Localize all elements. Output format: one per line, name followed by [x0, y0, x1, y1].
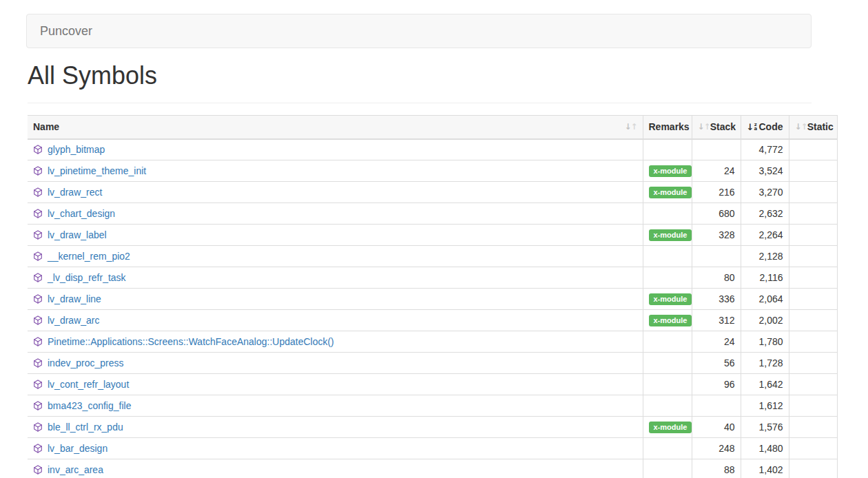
code-value-cell: 1,480	[741, 438, 789, 459]
divider	[28, 103, 812, 103]
symbol-name-cell: lv_draw_rect	[28, 182, 643, 203]
symbol-link[interactable]: glyph_bitmap	[48, 144, 105, 155]
stack-value-cell: 24	[692, 331, 741, 353]
remarks-cell	[643, 395, 692, 417]
static-value-cell	[789, 438, 837, 459]
symbol-cube-icon	[33, 230, 43, 240]
stack-value-cell: 336	[692, 289, 741, 310]
stack-value-cell: 24	[692, 160, 741, 182]
symbol-cube-icon	[33, 166, 43, 176]
column-header-static[interactable]: ↓↑ Static	[789, 116, 837, 139]
symbol-link[interactable]: bma423_config_file	[48, 400, 131, 411]
code-value-cell: 1,612	[741, 395, 789, 417]
table-row: lv_draw_arc x-module 312 2,002	[28, 310, 837, 331]
symbol-link[interactable]: indev_proc_press	[48, 357, 124, 368]
table-row: bma423_config_file 1,612	[28, 395, 837, 417]
code-value-cell: 2,116	[741, 267, 789, 289]
static-value-cell	[789, 310, 837, 331]
symbol-link[interactable]: inv_arc_area	[48, 464, 103, 475]
symbol-link[interactable]: lv_draw_arc	[48, 315, 99, 326]
remarks-cell: x-module	[643, 289, 692, 310]
static-value-cell	[789, 267, 837, 289]
static-value-cell	[789, 289, 837, 310]
symbol-cube-icon	[33, 187, 43, 197]
code-value-cell: 1,642	[741, 374, 789, 395]
column-header-remarks[interactable]: Remarks	[643, 116, 692, 139]
column-label-stack: Stack	[710, 121, 736, 132]
stack-value-cell	[692, 246, 741, 267]
stack-value-cell: 56	[692, 353, 741, 374]
x-module-badge: x-module	[649, 187, 692, 198]
symbol-name-cell: lv_pinetime_theme_init	[28, 160, 643, 182]
symbol-cube-icon	[33, 209, 43, 218]
stack-value-cell: 40	[692, 417, 741, 438]
symbol-name-cell: bma423_config_file	[28, 395, 643, 417]
static-value-cell	[789, 331, 837, 353]
table-header-row: Name ↓↑ Remarks ↓↑ Stack ↓za Cod	[28, 116, 837, 139]
symbol-cube-icon	[33, 380, 43, 389]
stack-value-cell	[692, 139, 741, 160]
stack-value-cell: 96	[692, 374, 741, 395]
symbol-link[interactable]: lv_draw_label	[48, 229, 107, 240]
symbol-name-cell: glyph_bitmap	[28, 139, 643, 160]
stack-value-cell	[692, 395, 741, 417]
symbol-link[interactable]: _lv_disp_refr_task	[48, 272, 126, 283]
stack-value-cell: 248	[692, 438, 741, 459]
symbol-link[interactable]: lv_chart_design	[48, 208, 115, 219]
column-header-stack[interactable]: ↓↑ Stack	[692, 116, 741, 139]
symbol-link[interactable]: ble_ll_ctrl_rx_pdu	[48, 422, 123, 433]
symbol-name-cell: inv_arc_area	[28, 459, 643, 478]
remarks-cell: x-module	[643, 160, 692, 182]
remarks-cell: x-module	[643, 225, 692, 246]
remarks-cell	[643, 203, 692, 225]
symbol-link[interactable]: lv_pinetime_theme_init	[48, 165, 146, 176]
symbol-name-cell: _lv_disp_refr_task	[28, 267, 643, 289]
table-row: indev_proc_press 56 1,728	[28, 353, 837, 374]
symbol-cube-icon	[33, 315, 43, 325]
table-header: Name ↓↑ Remarks ↓↑ Stack ↓za Cod	[28, 116, 837, 139]
navbar-brand-link[interactable]: Puncover	[27, 24, 92, 39]
sort-icon: ↓↑	[795, 123, 807, 131]
table-row: Pinetime::Applications::Screens::WatchFa…	[28, 331, 837, 353]
sort-icon: ↓↑	[624, 123, 637, 131]
code-value-cell: 2,128	[741, 246, 789, 267]
page-title: All Symbols	[28, 61, 838, 90]
remarks-cell: x-module	[643, 182, 692, 203]
column-header-code[interactable]: ↓za Code	[741, 116, 789, 139]
code-value-cell: 4,772	[741, 139, 789, 160]
symbol-link[interactable]: lv_draw_line	[48, 293, 101, 304]
symbol-name-cell: Pinetime::Applications::Screens::WatchFa…	[28, 331, 643, 353]
remarks-cell	[643, 438, 692, 459]
table-row: ble_ll_ctrl_rx_pdu x-module 40 1,576	[28, 417, 837, 438]
symbol-cube-icon	[33, 358, 43, 368]
code-value-cell: 1,576	[741, 417, 789, 438]
table-row: lv_cont_refr_layout 96 1,642	[28, 374, 837, 395]
stack-value-cell: 680	[692, 203, 741, 225]
table-row: glyph_bitmap 4,772	[28, 139, 837, 160]
column-label-name: Name	[33, 121, 59, 132]
stack-value-cell: 216	[692, 182, 741, 203]
remarks-cell: x-module	[643, 310, 692, 331]
column-header-name[interactable]: Name ↓↑	[28, 116, 643, 139]
remarks-cell	[643, 459, 692, 478]
table-body: glyph_bitmap 4,772 lv_pinetime_theme_ini…	[28, 139, 837, 478]
code-value-cell: 2,002	[741, 310, 789, 331]
symbol-link[interactable]: lv_cont_refr_layout	[48, 379, 129, 390]
static-value-cell	[789, 395, 837, 417]
code-value-cell: 2,064	[741, 289, 789, 310]
table-row: lv_pinetime_theme_init x-module 24 3,524	[28, 160, 837, 182]
symbol-link[interactable]: Pinetime::Applications::Screens::WatchFa…	[48, 336, 334, 347]
column-label-static: Static	[807, 121, 834, 132]
symbol-link[interactable]: lv_draw_rect	[48, 187, 102, 198]
remarks-cell	[643, 353, 692, 374]
code-value-cell: 2,632	[741, 203, 789, 225]
symbol-name-cell: lv_bar_design	[28, 438, 643, 459]
symbol-name-cell: indev_proc_press	[28, 353, 643, 374]
remarks-cell	[643, 139, 692, 160]
symbol-link[interactable]: __kernel_rem_pio2	[48, 251, 130, 262]
symbol-name-cell: lv_chart_design	[28, 203, 643, 225]
symbol-link[interactable]: lv_bar_design	[48, 443, 107, 454]
symbol-cube-icon	[33, 444, 43, 453]
table-row: lv_bar_design 248 1,480	[28, 438, 837, 459]
static-value-cell	[789, 353, 837, 374]
